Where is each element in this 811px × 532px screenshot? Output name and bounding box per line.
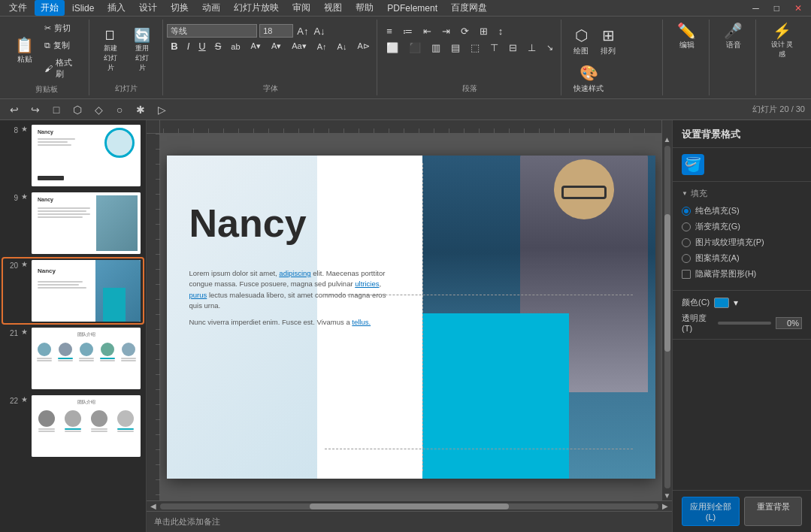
align-bottom-btn[interactable]: ⊥ [523, 41, 540, 55]
menu-design[interactable]: 设计 [133, 0, 163, 16]
fill-option-picture[interactable]: 图片或纹理填充(P) [682, 237, 802, 248]
voice-button[interactable]: 🎤 语音 [719, 21, 747, 53]
convert-to-smartart-btn[interactable]: ⊞ [475, 24, 492, 38]
reset-button[interactable]: 重置背景 [744, 497, 802, 526]
align-middle-btn[interactable]: ⊟ [504, 41, 522, 55]
radio-solid[interactable] [682, 207, 691, 216]
menu-animation[interactable]: 动画 [196, 0, 226, 16]
vertical-scrollbar[interactable]: ▲ ▼ [661, 134, 672, 500]
link-tellus[interactable]: tellus. [352, 318, 371, 326]
slide-item-8[interactable]: 8 ★ Nancy [3, 123, 143, 188]
text-direction-btn[interactable]: ⟳ [456, 24, 474, 38]
columns-btn[interactable]: ⬚ [466, 41, 484, 55]
menu-review[interactable]: 审阅 [286, 0, 316, 16]
italic-button[interactable]: I [183, 40, 194, 53]
slide-canvas[interactable]: Nancy Lorem ipsum dolor sit amet, adipis… [167, 156, 655, 479]
fill-icon-btn[interactable]: 🪣 [682, 154, 704, 175]
indent-increase-btn[interactable]: ⇥ [437, 24, 455, 38]
slide-item-22[interactable]: 22 ★ 团队介绍 [3, 394, 143, 458]
qa-redo-btn[interactable]: ↪ [27, 101, 44, 118]
h-scroll-track[interactable] [160, 503, 658, 509]
slide-thumb-9[interactable]: Nancy [32, 192, 141, 254]
menu-transition[interactable]: 切换 [165, 0, 195, 16]
qa-shape2-btn[interactable]: ⬡ [69, 101, 86, 118]
menu-slideshow[interactable]: 幻灯片放映 [228, 0, 285, 16]
link-adipiscing[interactable]: adipiscing [279, 269, 310, 277]
radio-gradient[interactable] [682, 222, 691, 231]
designer-button[interactable]: ⚡ 设计 灵感 [764, 21, 800, 62]
opacity-input[interactable] [776, 317, 802, 329]
format-painter-button[interactable]: 🖌 格式刷 [40, 56, 83, 81]
align-left-btn[interactable]: ⬜ [382, 41, 403, 55]
align-right-btn[interactable]: ▥ [427, 41, 445, 55]
font-highlight-btn[interactable]: A▾ [267, 40, 286, 53]
apply-all-button[interactable]: 应用到全部(L) [682, 497, 740, 526]
minimize-btn[interactable]: ─ [746, 2, 765, 15]
qa-shape3-btn[interactable]: ◇ [90, 101, 107, 118]
reuse-slide-button[interactable]: 🔄 重用幻灯片 [128, 21, 156, 80]
link-purus2[interactable]: purus [189, 291, 207, 299]
color-dropdown-btn[interactable]: ▾ [734, 298, 738, 308]
fill-section-title[interactable]: ▼ 填充 [682, 188, 802, 199]
close-btn[interactable]: ✕ [788, 2, 808, 15]
slide-thumb-20[interactable]: Nancy [32, 260, 141, 322]
font-size-label-btn[interactable]: Aa▾ [287, 40, 310, 53]
new-slide-button[interactable]: 🗌 新建幻灯片 [97, 21, 126, 80]
v-scroll-thumb[interactable] [664, 214, 670, 351]
link-purus[interactable]: ultricies [355, 280, 379, 288]
edit-button[interactable]: ✏️ 编辑 [673, 21, 701, 53]
shapes-button[interactable]: ⬡ 绘图 [569, 24, 593, 59]
qa-circle-btn[interactable]: ○ [111, 101, 128, 118]
notes-text[interactable]: 单击此处添加备注 [154, 516, 220, 527]
menu-help[interactable]: 帮助 [350, 0, 380, 16]
slide-item-20[interactable]: 20 ★ Nancy [3, 258, 143, 323]
slide-title[interactable]: Nancy [189, 201, 307, 246]
scroll-left-arrow[interactable]: ◀ [148, 501, 159, 512]
arrange-button[interactable]: ⊞ 排列 [596, 24, 620, 59]
bold-button[interactable]: B [167, 40, 181, 53]
quick-styles-button[interactable]: 🎨 快速样式 [569, 62, 608, 96]
canvas-scroll-area[interactable]: Nancy Lorem ipsum dolor sit amet, adipis… [160, 134, 661, 500]
indent-decrease-btn[interactable]: ⇤ [419, 24, 436, 38]
maximize-btn[interactable]: □ [768, 2, 785, 15]
menu-insert[interactable]: 插入 [101, 0, 132, 16]
qa-shape1-btn[interactable]: □ [48, 101, 65, 118]
hide-bg-option[interactable]: 隐藏背景图形(H) [682, 268, 802, 280]
numbered-list-btn[interactable]: ≔ [398, 24, 417, 38]
menu-islide[interactable]: iSlide [66, 2, 100, 15]
paste-button[interactable]: 📋 粘贴 [11, 21, 38, 81]
font-family-input[interactable] [167, 24, 257, 38]
qa-star-btn[interactable]: ✱ [132, 101, 149, 118]
fill-option-solid[interactable]: 纯色填充(S) [682, 205, 802, 216]
strikethrough-button[interactable]: S [211, 40, 225, 53]
line-spacing-btn[interactable]: ↕ [494, 24, 508, 38]
radio-pattern[interactable] [682, 254, 691, 263]
horizontal-scrollbar[interactable]: ◀ ▶ [147, 500, 672, 511]
slide-thumb-22[interactable]: 团队介绍 [32, 395, 141, 457]
slide-item-9[interactable]: 9 ★ Nancy [3, 191, 143, 255]
menu-start[interactable]: 开始 [35, 0, 65, 16]
align-top-btn[interactable]: ⊤ [486, 41, 503, 55]
notes-bar[interactable]: 单击此处添加备注 [147, 511, 672, 532]
underline-button[interactable]: U [195, 40, 209, 53]
font-dn2-btn[interactable]: A↓ [333, 41, 352, 53]
font-up2-btn[interactable]: A↑ [313, 41, 331, 53]
menu-pdfelement[interactable]: PDFelement [381, 2, 443, 15]
slide-thumb-8[interactable]: Nancy [32, 125, 141, 186]
decrease-font-btn[interactable]: A↓ [312, 26, 326, 37]
text-shadow-btn[interactable]: ab [226, 41, 244, 53]
qa-undo-btn[interactable]: ↩ [6, 101, 23, 118]
more-font-btn[interactable]: A⊳ [353, 40, 374, 53]
copy-button[interactable]: ⧉ 复制 [40, 38, 83, 53]
v-scroll-track[interactable] [664, 146, 670, 488]
fill-option-pattern[interactable]: 图案填充(A) [682, 252, 802, 264]
justify-btn[interactable]: ▤ [446, 41, 465, 55]
scroll-down-arrow[interactable]: ▼ [662, 490, 673, 500]
color-picker-btn[interactable] [714, 298, 729, 308]
menu-baidunetdisk[interactable]: 百度网盘 [445, 0, 493, 16]
font-color-btn[interactable]: A▾ [247, 40, 265, 53]
menu-view[interactable]: 视图 [318, 0, 348, 16]
slide-thumb-21[interactable]: 团队介绍 [32, 328, 141, 389]
fill-option-gradient[interactable]: 渐变填充(G) [682, 221, 802, 232]
scroll-right-arrow[interactable]: ▶ [660, 501, 670, 512]
